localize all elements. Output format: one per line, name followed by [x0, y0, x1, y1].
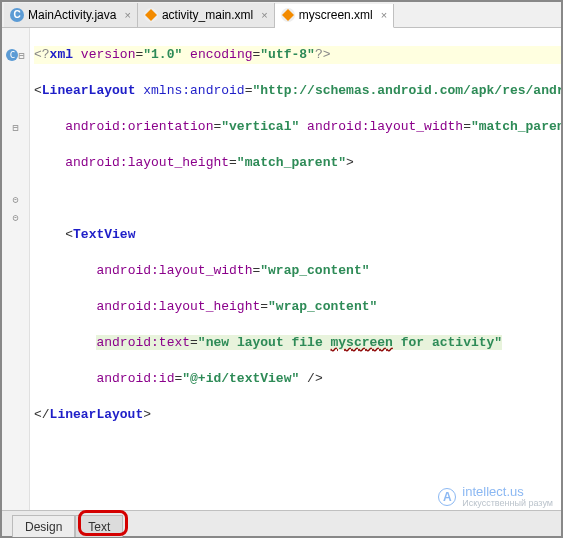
gutter: C ⊟ ⊟ ⊝ ⊝ [2, 28, 30, 510]
close-icon[interactable]: × [381, 9, 387, 21]
java-class-icon: C [10, 8, 24, 22]
tab-label: myscreen.xml [299, 8, 373, 22]
editor-tabbar: C MainActivity.java × activity_main.xml … [2, 2, 561, 28]
class-gutter-icon: C [6, 49, 18, 61]
design-tab[interactable]: Design [12, 515, 75, 537]
xml-file-icon [144, 8, 158, 22]
close-icon[interactable]: × [261, 9, 267, 21]
tab-activity-main[interactable]: activity_main.xml × [138, 3, 275, 27]
fold-end-icon: ⊝ [12, 212, 18, 223]
svg-marker-0 [145, 9, 157, 21]
tab-label: activity_main.xml [162, 8, 253, 22]
xml-file-icon [281, 8, 295, 22]
fold-toggle-icon[interactable]: ⊟ [12, 122, 18, 133]
ide-window: C MainActivity.java × activity_main.xml … [0, 0, 563, 538]
text-tab[interactable]: Text [75, 515, 123, 537]
fold-toggle-icon[interactable]: ⊟ [18, 50, 24, 61]
tab-mainactivity[interactable]: C MainActivity.java × [4, 3, 138, 27]
editor-area[interactable]: C ⊟ ⊟ ⊝ ⊝ <?xml version="1.0" encoding="… [2, 28, 561, 510]
tab-myscreen[interactable]: myscreen.xml × [275, 4, 394, 28]
code-text[interactable]: <?xml version="1.0" encoding="utf-8"?> <… [30, 28, 561, 510]
fold-end-icon: ⊝ [12, 194, 18, 205]
tab-label: MainActivity.java [28, 8, 116, 22]
layout-editor-tabs: Design Text [2, 510, 561, 536]
close-icon[interactable]: × [124, 9, 130, 21]
svg-marker-1 [282, 9, 294, 21]
